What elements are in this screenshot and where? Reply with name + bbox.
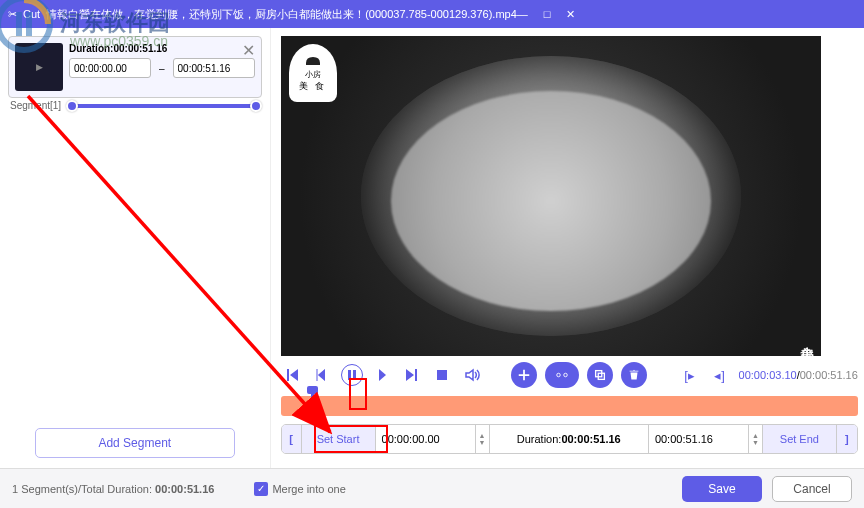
delete-icon[interactable] [621,362,647,388]
volume-icon[interactable] [461,364,483,386]
cut-label: Cut [23,8,40,20]
copy-icon[interactable] [587,362,613,388]
svg-rect-0 [306,63,320,65]
video-preview[interactable]: 小房 美 食 小房美食 [281,36,821,356]
skip-start-icon[interactable] [281,364,303,386]
time-display: 00:00:03.10/00:00:51.16 [739,369,858,381]
titlebar: ✂ Cut 情報白營在体做，存觉到腰，还特別下饭，厨房小白都能做出来！(0000… [0,0,864,28]
merge-checkbox[interactable]: ✓ Merge into one [254,482,345,496]
footer: 1 Segment(s)/Total Duration: 00:00:51.16… [0,468,864,508]
cut-end-time[interactable]: 00:00:51.16 [649,425,749,453]
range-separator: – [159,63,165,74]
end-spinner[interactable]: ▲▼ [749,425,763,453]
bracket-start-icon[interactable]: [ [282,425,302,453]
step-back-icon[interactable] [311,364,333,386]
segment-range-slider[interactable] [70,104,258,108]
cut-controls: [ Set Start 00:00:00.00 ▲▼ Duration:00:0… [281,424,858,454]
playhead[interactable] [311,392,314,420]
segment-label: Segment[1] [10,100,61,111]
cut-duration: Duration:00:00:51.16 [490,425,649,453]
timeline[interactable] [281,396,858,416]
window-title: 情報白營在体做，存觉到腰，还特別下饭，厨房小白都能做出来！(000037.785… [46,7,517,22]
segment-start-input[interactable] [69,58,151,78]
segment-end-input[interactable] [173,58,255,78]
save-button[interactable]: Save [682,476,762,502]
scissors-icon: ✂ [8,8,17,21]
pause-icon[interactable] [341,364,363,386]
checkbox-icon: ✓ [254,482,268,496]
close-icon[interactable]: ✕ [566,8,575,21]
set-end-button[interactable]: Set End [763,425,837,453]
segment-close-icon[interactable]: ✕ [242,41,255,60]
mark-out-icon[interactable]: ◂] [709,364,731,386]
stop-icon[interactable] [431,364,453,386]
svg-point-4 [556,373,560,377]
segments-panel: ▶ Duration:00:00:51.16 – ✕ Segment[1] Ad… [0,28,271,468]
add-segment-button[interactable]: Add Segment [35,428,235,458]
svg-point-5 [563,373,567,377]
start-spinner[interactable]: ▲▼ [476,425,490,453]
split-icon[interactable] [545,362,579,388]
svg-rect-3 [437,370,447,380]
cancel-button[interactable]: Cancel [772,476,852,502]
bracket-end-icon[interactable]: ] [837,425,857,453]
segment-duration: Duration:00:00:51.16 [69,43,255,54]
playback-controls: [▸ ◂] 00:00:03.10/00:00:51.16 [281,356,858,392]
maximize-icon[interactable]: □ [544,8,551,21]
segment-card[interactable]: ▶ Duration:00:00:51.16 – ✕ [8,36,262,98]
preview-panel: 小房 美 食 小房美食 [▸ ◂] 00:00:03.10/00:00:51.1… [271,28,864,468]
mark-in-icon[interactable]: [▸ [679,364,701,386]
minimize-icon[interactable]: — [517,8,528,21]
set-start-button[interactable]: Set Start [302,425,376,453]
add-icon[interactable] [511,362,537,388]
svg-rect-1 [348,370,351,380]
svg-rect-2 [353,370,356,380]
footer-summary: 1 Segment(s)/Total Duration: 00:00:51.16 [12,483,214,495]
cut-start-time[interactable]: 00:00:00.00 [376,425,476,453]
video-logo: 小房 美 食 [289,44,337,102]
segment-thumbnail: ▶ [15,43,63,91]
step-forward-icon[interactable] [371,364,393,386]
skip-end-icon[interactable] [401,364,423,386]
